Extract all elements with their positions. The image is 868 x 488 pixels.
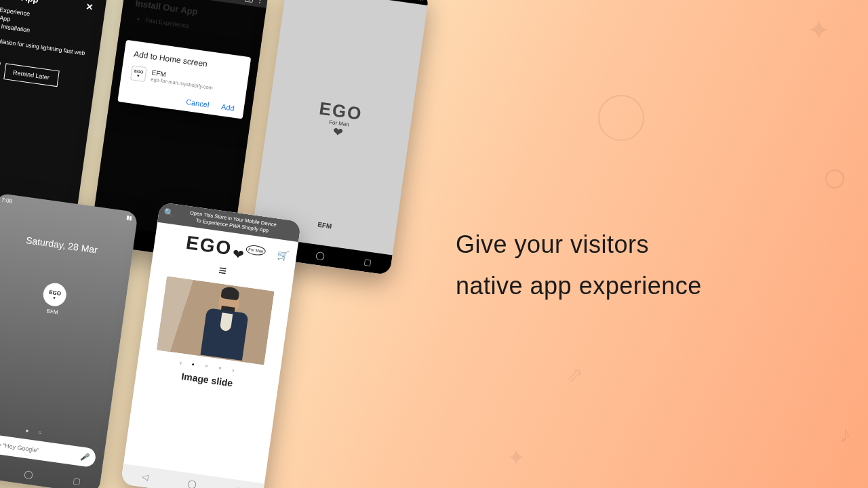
- sparkle-icon: ✦: [807, 14, 831, 47]
- installed-app-icon[interactable]: EGO ♥ EFM: [41, 281, 68, 316]
- search-icon[interactable]: 🔍: [163, 207, 174, 220]
- home-icon[interactable]: ◯: [315, 250, 325, 261]
- back-icon[interactable]: ◁: [141, 472, 149, 482]
- recent-icon[interactable]: ▢: [235, 485, 244, 488]
- app-icon-circle: EGO ♥: [42, 281, 68, 307]
- recent-icon[interactable]: ▢: [72, 476, 81, 486]
- tagline-line2: native app experience: [456, 265, 702, 306]
- beard-icon: ♥: [53, 296, 56, 300]
- hero-image: [157, 276, 275, 365]
- clock: 7:08: [1, 197, 13, 204]
- recent-icon[interactable]: ▢: [363, 257, 372, 267]
- brand-badge: For Man: [245, 244, 266, 256]
- beard-icon: ❤: [332, 124, 344, 140]
- homescreen-date: Saturday, 28 Mar: [0, 230, 133, 260]
- tab-count[interactable]: 1: [245, 0, 254, 3]
- remind-later-button[interactable]: Remind Later: [3, 63, 60, 87]
- marketing-tagline: Give your visitors native app experience: [456, 224, 702, 306]
- home-icon[interactable]: ◯: [24, 469, 34, 480]
- search-input[interactable]: [0, 441, 77, 460]
- model-figure: [197, 287, 254, 361]
- beard-icon: ❤: [232, 245, 245, 262]
- brand-logo-text: EGO: [184, 232, 233, 260]
- home-icon[interactable]: ◯: [187, 479, 197, 488]
- signal-icon: ▮▮: [126, 214, 132, 221]
- add-button[interactable]: Add: [220, 102, 235, 113]
- kebab-menu-icon[interactable]: ⋮: [256, 0, 264, 4]
- bg-ring: [825, 169, 844, 188]
- tagline-line1: Give your visitors: [456, 224, 702, 265]
- mic-icon[interactable]: 🎤: [80, 452, 91, 462]
- sparkle-icon: ✦: [507, 444, 526, 471]
- phone-homescreen: 7:08 ▮▮ Saturday, 28 Mar EGO ♥ EFM ● ○ 🎤…: [0, 192, 138, 488]
- cancel-button[interactable]: Cancel: [186, 98, 210, 109]
- app-icon: EGO ♥: [130, 65, 147, 82]
- rocket-icon: ⇗: [566, 363, 583, 386]
- close-icon[interactable]: ✕: [85, 1, 94, 12]
- app-icon-label: EFM: [41, 307, 64, 317]
- beard-icon: ♥: [137, 73, 140, 77]
- android-nav-bar: ◁ ◯ ▢: [121, 464, 264, 488]
- bg-ring: [598, 95, 644, 141]
- install-sheet: Install Our App ✕ Fast Experience Light …: [0, 0, 107, 92]
- sheet-title: Install Our App: [0, 0, 39, 5]
- bell-icon: ♪: [840, 421, 851, 447]
- cart-icon[interactable]: 🛒: [276, 248, 289, 260]
